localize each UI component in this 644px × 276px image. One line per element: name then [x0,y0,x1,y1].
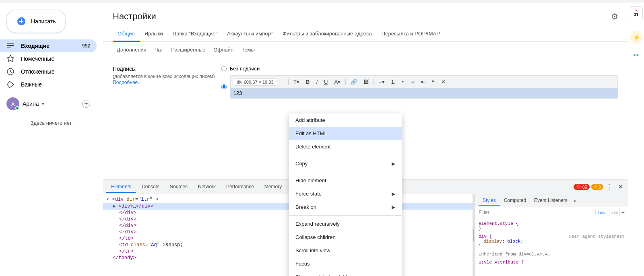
compose-button[interactable]: Написать [6,10,66,33]
calendar-icon-button[interactable]: ● 31 [630,6,643,19]
tab-general[interactable]: Общие [113,27,140,42]
rte-italic-button[interactable]: I [314,77,320,87]
computed-tab[interactable]: Computed [500,196,530,206]
styles-tab[interactable]: Styles [479,196,500,206]
context-menu-item-edit-html[interactable]: Edit as HTML [289,127,402,140]
style-selector-attr: Style Attribute { [479,260,524,265]
rte-image-button[interactable]: 🖼 [361,77,371,87]
filter-cls-button[interactable]: .cls [609,209,620,216]
context-menu-item-copy[interactable]: Copy ▶ [289,157,402,170]
tab-themes[interactable]: Темы [237,43,259,56]
style-val-block: block [507,239,520,244]
styles-filter-row: :hov .cls + [475,207,628,218]
filter-pseudo-button[interactable]: :hov [595,209,608,216]
context-menu-item-scroll-into-view[interactable]: Scroll into view [289,244,402,257]
contacts-icon-button[interactable]: ✏ [630,49,643,62]
rte-link-button[interactable]: 🔗 [348,77,359,87]
rte-clear-button[interactable]: ✕ [439,77,448,87]
context-menu[interactable]: Add attribute Edit as HTML Delete elemen… [289,113,402,276]
tab-advanced[interactable]: Расширенные [167,43,209,56]
devtools-tab-sources[interactable]: Sources [165,181,192,193]
devtools-tab-memory[interactable]: Memory [260,181,287,193]
dom-line-2[interactable]: ▶ <div>…</div> [103,203,473,210]
rte-ol-button[interactable]: 1. [389,77,398,87]
rte-content-area[interactable]: 123 [230,89,618,98]
rte-align-button[interactable]: ≡▾ [376,77,387,87]
break-on-submenu-arrow: ▶ [392,204,395,210]
settings-header: Настройки ⚙ [103,3,628,22]
compose-plus-icon [17,16,26,26]
tasks-icon-button[interactable]: ⚡ [630,31,643,44]
signature-learn-more-link[interactable]: Подробнее... [113,80,142,85]
tab-forwarding[interactable]: Пересылка и POP/IMAP [377,27,445,42]
rte-bold-button[interactable]: B [303,77,312,87]
tab-filters[interactable]: Фильтры и заблокированные адреса [278,27,376,42]
custom-signature-radio[interactable] [221,84,227,89]
rte-quote-button[interactable]: ❝ [429,77,437,87]
no-signature-radio[interactable] [221,66,227,71]
tab-inbox[interactable]: Папка "Входящие" [168,27,222,42]
tab-labels[interactable]: Ярлыки [140,27,168,42]
important-icon [6,80,14,89]
tab-accounts[interactable]: Аккаунты и импорт [222,27,278,42]
online-indicator [15,106,19,110]
rte-font-btn[interactable]: T▾ [291,77,302,87]
devtools-tab-performance[interactable]: Performance [221,181,259,193]
signature-label-col: Подпись: (добавляется в конце всех исход… [113,66,215,99]
rte-btn-minus[interactable]: − [278,77,286,87]
add-account-button[interactable]: + [82,100,90,108]
tab-offline[interactable]: Офлайн [209,43,237,56]
style-rule-inherited: Inherited from div#ol.Am.A… [479,252,625,257]
copy-submenu-arrow: ▶ [392,161,395,167]
styles-more-button[interactable]: » [572,196,579,205]
dom-expand-2[interactable]: ▶ [113,204,116,209]
dom-line-9: </tr> [103,248,473,255]
dom-expand-1[interactable]: ▾ [106,197,109,202]
context-menu-item-break-on[interactable]: Break on ▶ [289,200,402,214]
context-menu-item-force-state[interactable]: Force state ▶ [289,187,402,200]
sidebar-item-snoozed[interactable]: Отложенные [0,65,97,78]
devtools-tab-network[interactable]: Network [193,181,221,193]
panel-resize-handle[interactable] [473,194,475,276]
context-menu-item-add-attribute[interactable]: Add attribute [289,113,402,127]
devtools-tab-console[interactable]: Console [137,181,164,193]
gear-icon[interactable]: ⚙ [611,12,618,21]
avatar-name: Арина [23,101,39,107]
filter-add-button[interactable]: + [621,209,625,216]
devtools-more-button[interactable]: ⋮ [605,181,615,192]
rte-outdent-button[interactable]: ⇤ [419,77,428,87]
sidebar-item-starred[interactable]: Помеченные [0,52,97,65]
event-listeners-tab[interactable]: Event Listeners [530,196,572,206]
rte-content-text: 123 [233,90,242,96]
devtools-close-button[interactable]: ✕ [616,181,625,192]
rte-indent-button[interactable]: ⇥ [408,77,417,87]
avatar-row[interactable]: А Арина ▾ + [0,94,103,113]
context-menu-item-collapse-children[interactable]: Collapse children [289,231,402,244]
styles-panel-tabs: Styles Computed Event Listeners » [475,194,628,207]
rte-underline-button[interactable]: U [322,77,330,87]
rte-ul-button[interactable]: • [400,77,407,87]
force-state-submenu-arrow: ▶ [392,191,395,197]
style-selector-div: div { [479,234,492,239]
sidebar-item-inbox[interactable]: Входящие 992 [0,39,97,52]
svg-rect-1 [19,21,23,22]
dom-line-5: </div> [103,222,473,229]
devtools-tab-elements[interactable]: Elements [106,181,136,193]
context-menu-item-hide-element[interactable]: Hide element [289,174,402,187]
top-bar [0,0,644,3]
rte-divider-2 [345,79,346,85]
sidebar-item-inbox-count: 992 [82,43,90,49]
sidebar-item-important[interactable]: Важные [0,78,97,91]
styles-filter-input[interactable] [479,210,593,215]
rte-divider-3 [374,79,374,85]
avatar: А [6,97,19,110]
tab-chat[interactable]: Чат [151,43,167,56]
context-menu-item-focus[interactable]: Focus [289,257,402,270]
context-menu-item-expand-recursively[interactable]: Expand recursively [289,217,402,231]
context-menu-item-store-global[interactable]: Store as global variable [289,270,402,276]
rte-text-color-button[interactable]: A▾ [332,77,343,87]
signature-right: Без подписи div [221,66,618,99]
error-count-badge: 🔴 65 [574,184,590,190]
context-menu-item-delete-element[interactable]: Delete element [289,140,402,153]
tab-addons[interactable]: Дополнения [113,43,151,56]
